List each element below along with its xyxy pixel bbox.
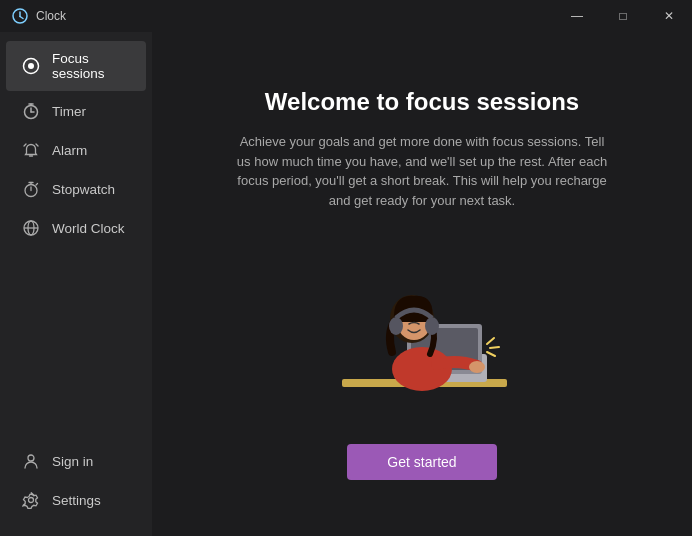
svg-point-4 [28,63,34,69]
title-bar: Clock — □ ✕ [0,0,692,32]
svg-line-12 [36,144,38,146]
title-bar-left: Clock [12,8,66,24]
title-bar-controls: — □ ✕ [554,0,692,32]
main-content: Welcome to focus sessions Achieve your g… [152,32,692,536]
focus-sessions-icon [22,57,40,75]
svg-line-2 [20,17,23,19]
stopwatch-icon [22,180,40,198]
svg-point-31 [469,361,485,373]
sidebar-item-alarm[interactable]: Alarm [6,131,146,169]
sidebar-item-sign-in[interactable]: Sign in [6,442,146,480]
sidebar-label-alarm: Alarm [52,143,87,158]
sidebar-item-world-clock[interactable]: World Clock [6,209,146,247]
close-button[interactable]: ✕ [646,0,692,32]
get-started-button[interactable]: Get started [347,444,496,480]
sidebar-item-stopwatch[interactable]: Stopwatch [6,170,146,208]
svg-line-17 [36,184,38,186]
clock-app-icon [12,8,28,24]
world-clock-icon [22,219,40,237]
sidebar: Focus sessions Timer [0,32,152,536]
sign-in-icon [22,452,40,470]
svg-point-35 [425,317,439,335]
svg-point-22 [29,498,34,503]
welcome-description: Achieve your goals and get more done wit… [232,132,612,210]
app-body: Focus sessions Timer [0,32,692,536]
maximize-button[interactable]: □ [600,0,646,32]
sidebar-label-settings: Settings [52,493,101,508]
sidebar-label-stopwatch: Stopwatch [52,182,115,197]
minimize-button[interactable]: — [554,0,600,32]
svg-point-21 [28,455,34,461]
svg-line-11 [24,144,26,146]
sidebar-label-focus-sessions: Focus sessions [52,51,130,81]
sidebar-item-focus-sessions[interactable]: Focus sessions [6,41,146,91]
svg-line-28 [490,347,499,348]
illustration-svg [312,234,532,414]
welcome-title: Welcome to focus sessions [265,88,579,116]
sidebar-bottom: Sign in Settings [0,441,152,528]
sidebar-label-world-clock: World Clock [52,221,125,236]
settings-icon [22,491,40,509]
title-bar-title: Clock [36,9,66,23]
svg-line-29 [487,352,495,356]
svg-point-30 [392,347,452,391]
sidebar-label-timer: Timer [52,104,86,119]
alarm-icon [22,141,40,159]
timer-icon [22,102,40,120]
sidebar-item-timer[interactable]: Timer [6,92,146,130]
svg-line-27 [487,338,494,344]
sidebar-label-sign-in: Sign in [52,454,93,469]
sidebar-top: Focus sessions Timer [0,40,152,441]
sidebar-item-settings[interactable]: Settings [6,481,146,519]
focus-illustration [312,234,532,414]
svg-point-34 [389,317,403,335]
